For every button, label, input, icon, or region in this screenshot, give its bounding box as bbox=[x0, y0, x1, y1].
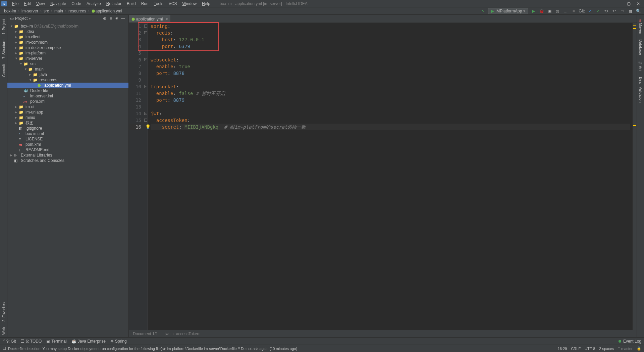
box2-icon[interactable]: ▦ bbox=[627, 8, 633, 14]
left-tab-commit[interactable]: Commit bbox=[1, 61, 6, 80]
code-body[interactable]: 💡 spring: redis: host: 127.0.0.1 port: 6… bbox=[148, 23, 633, 330]
crumb-2[interactable]: src bbox=[42, 9, 50, 13]
left-tab-project[interactable]: 1: Project bbox=[1, 16, 6, 37]
tree-jietu[interactable]: ▶📁截图 bbox=[7, 120, 128, 126]
menu-build[interactable]: Build bbox=[124, 1, 139, 6]
code-line[interactable]: secret: MIIBIjANBgkq # 跟im-platfrom的secr… bbox=[151, 124, 630, 130]
crumb-4[interactable]: resources bbox=[67, 9, 88, 13]
code-line[interactable] bbox=[151, 50, 630, 56]
btab-git[interactable]: ᛘ 9: Git bbox=[3, 339, 16, 344]
tree-scratches[interactable]: ◧Scratches and Consoles bbox=[7, 158, 128, 163]
btab-javaee[interactable]: ☕ Java Enterprise bbox=[71, 339, 106, 344]
search-icon[interactable]: 🔍 bbox=[635, 8, 641, 14]
status-branch[interactable]: ᛘ master bbox=[618, 347, 633, 351]
menu-navigate[interactable]: Navigate bbox=[48, 1, 69, 6]
code-line[interactable]: port: 6379 bbox=[151, 43, 630, 50]
btab-terminal[interactable]: ▣ Terminal bbox=[46, 339, 66, 344]
gear-icon[interactable]: ✷ bbox=[114, 15, 120, 21]
menu-analyze[interactable]: Analyze bbox=[84, 1, 104, 6]
editor-body[interactable]: 12345678910111213141516 −−−−−− 💡 spring:… bbox=[129, 23, 637, 330]
error-stripe[interactable] bbox=[633, 23, 637, 330]
menu-view[interactable]: View bbox=[34, 1, 48, 6]
fold-marker[interactable]: − bbox=[144, 58, 147, 61]
status-pos[interactable]: 16:29 bbox=[558, 347, 567, 351]
fold-marker[interactable]: − bbox=[144, 31, 147, 34]
tree-application-yml[interactable]: ⬣application.yml bbox=[7, 83, 128, 88]
fold-marker[interactable]: − bbox=[144, 112, 147, 115]
btab-eventlog[interactable]: Event Log bbox=[619, 339, 641, 344]
box1-icon[interactable]: ▭ bbox=[619, 8, 625, 14]
code-line[interactable]: websocket: bbox=[151, 56, 630, 63]
tree-idea[interactable]: ▶📁.idea bbox=[7, 29, 128, 34]
menu-file[interactable]: File bbox=[9, 1, 21, 6]
profile-icon[interactable]: ◷ bbox=[554, 8, 560, 14]
crumb-5[interactable]: ⬣application.yml bbox=[90, 9, 123, 13]
tree-pom2[interactable]: mpom.xml bbox=[7, 142, 128, 147]
maximize-icon[interactable]: ▢ bbox=[627, 1, 631, 6]
menu-help[interactable]: Help bbox=[199, 1, 213, 6]
code-line[interactable]: port: 8879 bbox=[151, 97, 630, 103]
run-icon[interactable]: ▶ bbox=[530, 8, 536, 14]
status-lineending[interactable]: CRLF bbox=[571, 347, 581, 351]
attach-icon[interactable]: … bbox=[562, 8, 569, 14]
tree-java[interactable]: ▶📁java bbox=[7, 72, 128, 77]
tree-resources[interactable]: ▼📁resources bbox=[7, 77, 128, 83]
menu-vcs[interactable]: VCS bbox=[166, 1, 180, 6]
tree-im-docker[interactable]: ▶📁im-docker-compose bbox=[7, 45, 128, 50]
tree-im-platform[interactable]: ▶📁im-platform bbox=[7, 50, 128, 56]
lock-icon[interactable]: 🔒 bbox=[637, 346, 641, 351]
fold-marker[interactable]: − bbox=[144, 119, 147, 122]
menu-tools[interactable]: Tools bbox=[151, 1, 166, 6]
back-icon[interactable]: ↖ bbox=[480, 8, 486, 14]
right-tab-maven[interactable]: m Maven bbox=[638, 16, 643, 37]
vcs-history-icon[interactable]: ⟲ bbox=[603, 8, 609, 14]
code-line[interactable] bbox=[151, 77, 630, 83]
tab-close-icon[interactable]: × bbox=[165, 17, 168, 21]
code-line[interactable]: spring: bbox=[151, 23, 630, 30]
tree-ext-libs[interactable]: ▶⊪External Libraries bbox=[7, 152, 128, 158]
tree-pom1[interactable]: mpom.xml bbox=[7, 99, 128, 104]
menu-window[interactable]: Window bbox=[179, 1, 199, 6]
editor-tab-application[interactable]: ⬣ application.yml × bbox=[129, 15, 170, 23]
code-line[interactable]: enable: true bbox=[151, 63, 630, 70]
tree-src[interactable]: ▼📁src bbox=[7, 61, 128, 67]
tree-im-server-iml[interactable]: ▫im-server.iml bbox=[7, 93, 128, 99]
left-tab-web[interactable]: Web bbox=[1, 324, 6, 337]
tree-im-ui[interactable]: ▶📁im-ui bbox=[7, 104, 128, 109]
code-line[interactable]: accessToken: bbox=[151, 117, 630, 124]
right-tab-database[interactable]: Database bbox=[638, 37, 643, 58]
tree-im-client[interactable]: ▶📁im-client bbox=[7, 34, 128, 40]
right-tab-ant[interactable]: 🐜 Ant bbox=[638, 58, 643, 74]
tree-minio[interactable]: ▶📁minio bbox=[7, 115, 128, 120]
crumb-0[interactable]: box-im bbox=[3, 9, 17, 13]
expand-all-icon[interactable]: ≡ bbox=[108, 15, 114, 21]
tree-im-server[interactable]: ▼📁im-server bbox=[7, 56, 128, 61]
vcs-revert-icon[interactable]: ↶ bbox=[611, 8, 617, 14]
bulb-icon[interactable]: 💡 bbox=[145, 124, 151, 130]
vcs-commit-icon[interactable]: ✓ bbox=[595, 8, 601, 14]
close-icon[interactable]: ✕ bbox=[637, 1, 640, 6]
tree-dockerfile[interactable]: 🐳Dockerfile bbox=[7, 88, 128, 93]
fold-marker[interactable]: − bbox=[144, 85, 147, 88]
status-indent[interactable]: 2 spaces bbox=[599, 347, 614, 351]
tree-readme[interactable]: ↓README.md bbox=[7, 147, 128, 152]
crumb-1[interactable]: im-server bbox=[20, 9, 40, 13]
tree-im-commom[interactable]: ▶📁im-commom bbox=[7, 40, 128, 45]
tree-gitignore[interactable]: ◧.gitignore bbox=[7, 126, 128, 131]
select-opened-icon[interactable]: ⊕ bbox=[102, 15, 108, 21]
fold-marker[interactable]: − bbox=[144, 25, 147, 28]
debug-icon[interactable]: 🐞 bbox=[538, 8, 544, 14]
btab-spring[interactable]: ❋ Spring bbox=[110, 339, 127, 344]
code-line[interactable]: host: 127.0.0.1 bbox=[151, 36, 630, 43]
tree-root[interactable]: ▼📁box-imD:\JavaEE\github\box-im bbox=[7, 24, 128, 29]
code-line[interactable]: port: 8878 bbox=[151, 70, 630, 77]
menu-edit[interactable]: Edit bbox=[21, 1, 34, 6]
tree-box-im-iml[interactable]: ▫box-im.iml bbox=[7, 131, 128, 136]
menu-refactor[interactable]: Refactor bbox=[104, 1, 124, 6]
hide-icon[interactable]: — bbox=[120, 15, 126, 21]
minimize-icon[interactable]: — bbox=[617, 1, 621, 6]
vcs-update-icon[interactable]: ✓ bbox=[587, 8, 593, 14]
run-config-selector[interactable]: ▶IMPlatformApp▾ bbox=[488, 8, 528, 14]
crumb-3[interactable]: main bbox=[53, 9, 64, 13]
status-encoding[interactable]: UTF-8 bbox=[585, 347, 595, 351]
